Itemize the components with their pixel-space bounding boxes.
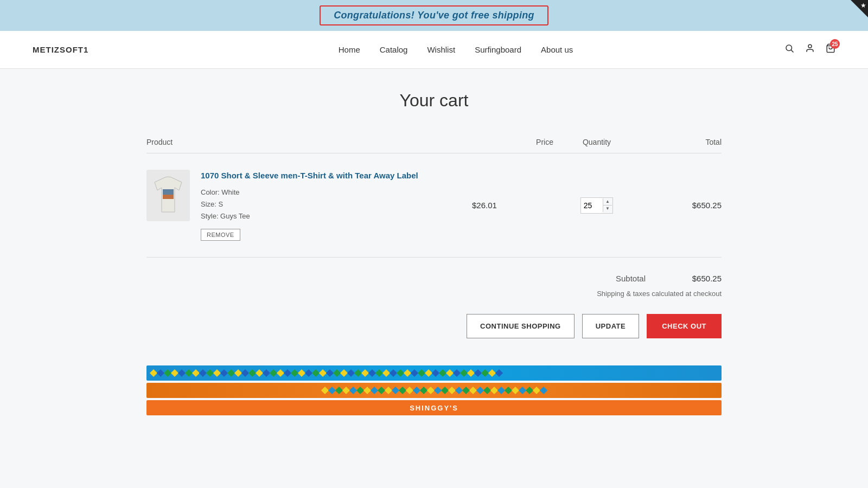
product-color: Color: White [201, 187, 472, 198]
main-nav: Home Catalog Wishlist Surfingboard About… [141, 45, 770, 54]
banner-corner: ★ [851, 0, 868, 17]
nav-home[interactable]: Home [339, 45, 360, 54]
svg-rect-6 [163, 195, 174, 199]
main-content: Your cart Product Price Quantity Total 1… [136, 69, 732, 439]
qty-down-arrow[interactable]: ▼ [603, 206, 612, 212]
qty-up-arrow[interactable]: ▲ [603, 198, 612, 206]
subtotal-section: Subtotal $650.25 Shipping & taxes calcul… [146, 274, 722, 349]
search-icon[interactable] [784, 43, 794, 56]
remove-button[interactable]: REMOVE [201, 229, 240, 241]
nav-surfingboard[interactable]: Surfingboard [475, 45, 521, 54]
checkout-button[interactable]: CHECK OUT [647, 314, 722, 338]
col-total: Total [640, 138, 722, 146]
cart-table-header: Product Price Quantity Total [146, 138, 722, 153]
continue-shopping-button[interactable]: CONTINUE SHOPPING [467, 314, 575, 338]
banner-strip-3: SHINGGY'S [146, 400, 722, 415]
svg-point-2 [808, 44, 812, 48]
nav-wishlist[interactable]: Wishlist [427, 45, 455, 54]
banner-content: Congratulations! You've got free shippin… [320, 5, 548, 25]
product-size: Size: S [201, 198, 472, 210]
subtotal-label: Subtotal [616, 274, 646, 283]
page-title: Your cart [146, 91, 722, 111]
total-cell: $650.25 [640, 201, 722, 210]
quantity-cell: ▲ ▼ [553, 197, 640, 214]
subtotal-value: $650.25 [678, 274, 722, 283]
nav-about[interactable]: About us [541, 45, 573, 54]
bottom-banners: SHINGGY'S [146, 365, 722, 415]
header-actions: 25 [770, 43, 835, 56]
svg-point-0 [786, 45, 792, 51]
action-buttons: CONTINUE SHOPPING UPDATE CHECK OUT [467, 314, 722, 338]
quantity-stepper[interactable]: ▲ ▼ [580, 197, 613, 214]
product-cell: 1070 Short & Sleeve men-T-Shirt & with T… [146, 170, 472, 241]
quantity-input[interactable] [581, 198, 603, 213]
update-button[interactable]: UPDATE [582, 314, 639, 338]
cart-count-badge: 25 [830, 39, 840, 49]
brand-label: SHINGGY'S [410, 404, 458, 412]
product-image [146, 170, 190, 221]
svg-rect-5 [163, 189, 174, 195]
nav-catalog[interactable]: Catalog [380, 45, 408, 54]
login-icon[interactable] [805, 43, 815, 56]
product-style: Style: Guys Tee [201, 210, 472, 222]
product-details: 1070 Short & Sleeve men-T-Shirt & with T… [201, 170, 472, 241]
col-product: Product [146, 138, 472, 146]
product-name: 1070 Short & Sleeve men-T-Shirt & with T… [201, 170, 472, 181]
svg-line-1 [791, 50, 793, 52]
promo-banner: Congratulations! You've got free shippin… [0, 0, 868, 31]
col-quantity: Quantity [553, 138, 640, 146]
cart-item: 1070 Short & Sleeve men-T-Shirt & with T… [146, 153, 722, 258]
price-cell: $26.01 [472, 201, 553, 210]
logo[interactable]: METIZSOFT1 [33, 45, 141, 54]
banner-strip-1 [146, 365, 722, 381]
star-icon: ★ [860, 2, 866, 9]
qty-arrows: ▲ ▼ [603, 198, 612, 212]
shipping-note: Shipping & taxes calculated at checkout [597, 290, 722, 298]
cart-icon[interactable]: 25 [826, 43, 835, 56]
banner-strip-2 [146, 383, 722, 398]
col-price: Price [472, 138, 553, 146]
header: METIZSOFT1 Home Catalog Wishlist Surfing… [0, 31, 868, 69]
banner-text: Congratulations! You've got free shippin… [334, 10, 534, 21]
subtotal-row: Subtotal $650.25 [616, 274, 722, 283]
